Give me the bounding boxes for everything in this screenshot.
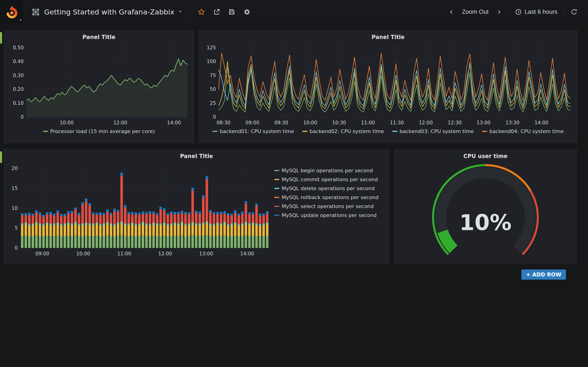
- caret-down-icon: [19, 19, 22, 21]
- svg-text:09:00: 09:00: [246, 120, 259, 125]
- svg-text:20: 20: [11, 166, 18, 171]
- navbar: Getting Started with Grafana-Zabbix: [0, 0, 588, 24]
- legend-item[interactable]: backend03: CPU system time: [392, 128, 474, 134]
- legend-item[interactable]: MySQL update operations per second: [274, 212, 386, 218]
- svg-text:08:30: 08:30: [216, 120, 231, 125]
- star-button[interactable]: [195, 6, 208, 18]
- svg-text:13:00: 13:00: [199, 251, 213, 257]
- star-icon: [198, 8, 205, 16]
- dashboard-grid: Panel Title 10:0012:0014:0000.100.200.30…: [0, 24, 588, 280]
- save-icon: [228, 8, 235, 16]
- svg-text:15: 15: [11, 186, 18, 191]
- legend-marker: [482, 131, 487, 132]
- legend-label: backend03: CPU system time: [400, 128, 474, 134]
- refresh-button[interactable]: [568, 6, 580, 18]
- legend-label: backend01: CPU system time: [220, 128, 294, 134]
- chart-legend: backend01: CPU system timebackend02: CPU…: [202, 127, 574, 136]
- panel-title[interactable]: Panel Title: [7, 31, 191, 42]
- legend-marker: [302, 131, 307, 132]
- svg-text:12:00: 12:00: [113, 120, 128, 125]
- plus-icon: +: [526, 272, 530, 277]
- svg-text:09:30: 09:30: [274, 120, 288, 125]
- dashboard-grid-icon: [32, 8, 40, 16]
- svg-text:5: 5: [15, 225, 18, 231]
- add-row-container: + ADD ROW: [7, 269, 566, 280]
- panel-title[interactable]: Panel Title: [202, 31, 574, 42]
- legend-item[interactable]: backend04: CPU system time: [482, 128, 564, 134]
- svg-text:0.20: 0.20: [13, 86, 24, 92]
- grafana-logo-button[interactable]: [0, 0, 24, 24]
- legend-item[interactable]: MySQL begin operations per second: [274, 168, 386, 173]
- svg-text:0: 0: [21, 114, 24, 120]
- legend-label: Processor load (15 min average per core): [50, 128, 155, 134]
- svg-text:11:00: 11:00: [361, 120, 375, 125]
- panel-title[interactable]: CPU user time: [397, 150, 573, 161]
- legend-marker: [392, 131, 397, 132]
- grafana-logo-icon: [5, 5, 19, 19]
- share-button[interactable]: [210, 6, 223, 18]
- legend-item[interactable]: backend02: CPU system time: [302, 128, 384, 134]
- legend-item[interactable]: MySQL delete operations per second: [274, 186, 386, 191]
- svg-text:14:00: 14:00: [535, 120, 548, 125]
- svg-text:0: 0: [213, 114, 216, 120]
- zoom-out-left-button[interactable]: [446, 7, 457, 17]
- caret-down-icon: [179, 11, 182, 13]
- svg-text:75: 75: [210, 73, 216, 78]
- panel-title[interactable]: Panel Title: [7, 150, 386, 161]
- row-collapse-handle[interactable]: [0, 32, 2, 44]
- dashboard-row-1: Panel Title 10:0012:0014:0000.100.200.30…: [4, 30, 577, 143]
- separator: [508, 7, 509, 17]
- chart-legend: MySQL begin operations per secondMySQL c…: [271, 161, 386, 262]
- svg-text:10:00: 10:00: [303, 120, 317, 125]
- cpu-user-time-gauge: 10%: [398, 161, 573, 259]
- svg-text:11:30: 11:30: [390, 120, 404, 125]
- svg-text:0.40: 0.40: [13, 59, 24, 64]
- panel-cpu-system-time: Panel Title 08:3009:0009:3010:0010:3011:…: [199, 30, 578, 143]
- separator: [564, 7, 564, 17]
- svg-text:25: 25: [210, 100, 216, 106]
- mysql-operations-chart[interactable]: 09:0010:0011:0012:0013:0014:0005101520: [7, 161, 271, 258]
- legend-marker: [212, 131, 217, 132]
- refresh-icon: [571, 8, 578, 15]
- legend-label: MySQL commit operations per second: [282, 177, 378, 182]
- chart-legend: Processor load (15 min average per core): [7, 127, 191, 136]
- legend-item[interactable]: Processor load (15 min average per core): [43, 128, 155, 134]
- gear-icon: [243, 8, 251, 16]
- time-range-button[interactable]: Last 6 hours: [512, 6, 560, 18]
- legend-marker: [43, 131, 48, 132]
- svg-text:11:00: 11:00: [117, 251, 131, 257]
- row-collapse-handle[interactable]: [0, 151, 2, 163]
- zoom-out-right-button[interactable]: [493, 7, 505, 17]
- cpu-system-time-chart[interactable]: 08:3009:0009:3010:0010:3011:0011:3012:00…: [202, 42, 574, 127]
- clock-icon: [515, 8, 522, 15]
- svg-text:0.30: 0.30: [13, 73, 24, 78]
- add-row-button[interactable]: + ADD ROW: [521, 269, 566, 280]
- svg-text:10: 10: [11, 206, 18, 211]
- save-button[interactable]: [225, 6, 238, 18]
- svg-text:10%: 10%: [459, 210, 511, 235]
- processor-load-chart[interactable]: 10:0012:0014:0000.100.200.300.400.50: [7, 42, 191, 127]
- legend-label: backend04: CPU system time: [489, 128, 564, 134]
- legend-item[interactable]: MySQL rollback operations per second: [274, 194, 386, 200]
- time-controls: Zoom Out Last 6 hours: [446, 6, 588, 18]
- legend-marker: [274, 197, 279, 198]
- dashboard-switcher[interactable]: Getting Started with Grafana-Zabbix: [24, 0, 190, 24]
- share-icon: [213, 8, 220, 16]
- svg-text:50: 50: [210, 86, 216, 92]
- panel-cpu-user-time: CPU user time 10%: [394, 149, 577, 264]
- svg-text:13:00: 13:00: [477, 120, 491, 125]
- legend-item[interactable]: backend01: CPU system time: [212, 128, 294, 134]
- zoom-out-button[interactable]: Zoom Out: [459, 6, 491, 18]
- legend-label: MySQL delete operations per second: [282, 186, 375, 191]
- legend-label: MySQL update operations per second: [282, 212, 376, 218]
- panel-mysql-operations: Panel Title 09:0010:0011:0012:0013:0014:…: [4, 149, 389, 264]
- svg-text:10:00: 10:00: [60, 120, 74, 125]
- svg-text:13:30: 13:30: [506, 120, 519, 125]
- legend-marker: [274, 179, 279, 180]
- settings-button[interactable]: [241, 6, 253, 18]
- add-row-label: ADD ROW: [532, 272, 561, 277]
- legend-label: MySQL begin operations per second: [282, 168, 373, 173]
- legend-item[interactable]: MySQL select operations per second: [274, 203, 386, 209]
- legend-item[interactable]: MySQL commit operations per second: [274, 177, 386, 182]
- panel-processor-load: Panel Title 10:0012:0014:0000.100.200.30…: [4, 30, 194, 143]
